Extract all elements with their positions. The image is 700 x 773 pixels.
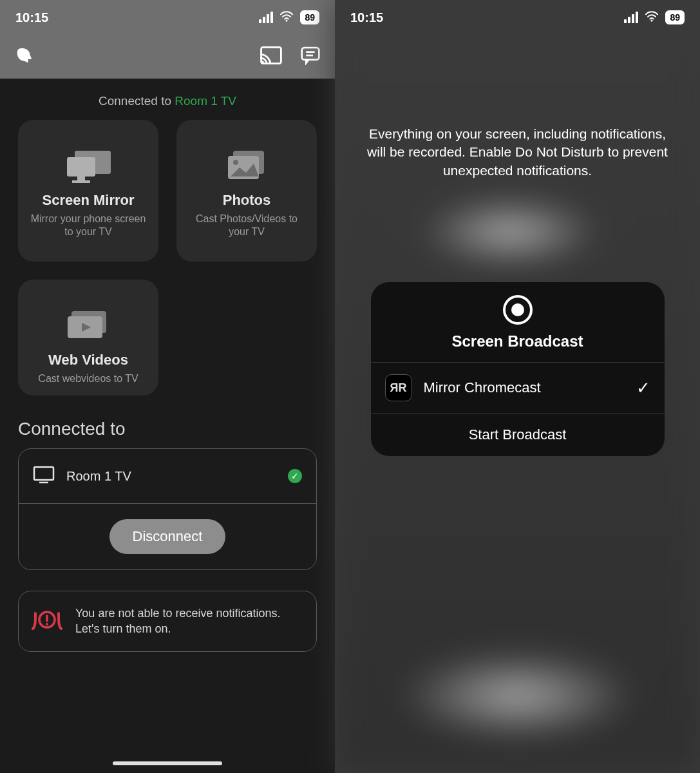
device-card: Room 1 TV ✓ Disconnect bbox=[18, 448, 317, 570]
connected-to-heading: Connected to bbox=[0, 396, 335, 448]
alert-text: You are not able to receive notification… bbox=[75, 606, 303, 637]
svg-rect-15 bbox=[34, 467, 53, 480]
broadcast-app-name: Mirror Chromecast bbox=[424, 379, 625, 396]
cellular-icon bbox=[259, 12, 273, 23]
record-icon[interactable] bbox=[503, 295, 533, 325]
home-indicator[interactable] bbox=[113, 761, 222, 765]
broadcast-app-row[interactable]: ЯR Mirror Chromecast ✓ bbox=[371, 362, 665, 413]
device-row[interactable]: Room 1 TV ✓ bbox=[19, 449, 316, 504]
svg-point-0 bbox=[286, 19, 288, 21]
wifi-icon bbox=[279, 10, 294, 25]
broadcast-sheet: Screen Broadcast ЯR Mirror Chromecast ✓ … bbox=[371, 282, 665, 456]
status-bar: 10:15 89 bbox=[0, 0, 335, 35]
wifi-icon bbox=[645, 10, 659, 25]
app-main-screen: 10:15 89 Connecte bbox=[0, 0, 335, 773]
web-videos-icon bbox=[65, 303, 111, 349]
connection-device-name: Room 1 TV bbox=[175, 94, 236, 108]
tile-web-videos[interactable]: Web Videos Cast webvideos to TV bbox=[18, 280, 158, 396]
selected-check-icon: ✓ bbox=[636, 378, 650, 398]
alert-icon bbox=[32, 607, 62, 635]
svg-point-12 bbox=[233, 160, 238, 165]
svg-rect-9 bbox=[72, 180, 90, 183]
tile-subtitle: Cast webvideos to TV bbox=[38, 372, 138, 385]
tile-subtitle: Cast Photos/Videos to your TV bbox=[188, 213, 305, 238]
status-time: 10:15 bbox=[350, 10, 383, 25]
svg-point-19 bbox=[46, 623, 48, 625]
svg-rect-7 bbox=[67, 157, 95, 177]
screen-mirror-icon bbox=[63, 143, 113, 189]
tile-photos[interactable]: Photos Cast Photos/Videos to your TV bbox=[176, 120, 317, 262]
connection-status: Connected to Room 1 TV bbox=[0, 79, 335, 120]
app-icon: ЯR bbox=[385, 374, 412, 401]
connection-prefix: Connected to bbox=[99, 94, 175, 108]
tile-title: Web Videos bbox=[48, 352, 128, 368]
broadcast-prompt-screen: 10:15 89 Everything on your screen, incl… bbox=[335, 0, 700, 773]
tile-screen-mirror[interactable]: Screen Mirror Mirror your phone screen t… bbox=[18, 120, 158, 262]
svg-point-2 bbox=[261, 61, 264, 63]
photos-icon bbox=[225, 143, 268, 189]
notifications-alert[interactable]: You are not able to receive notification… bbox=[18, 591, 317, 652]
device-name: Room 1 TV bbox=[66, 469, 276, 484]
start-broadcast-button[interactable]: Start Broadcast bbox=[371, 413, 665, 456]
connected-check-icon: ✓ bbox=[288, 469, 302, 483]
rocket-icon[interactable] bbox=[14, 45, 35, 68]
status-bar: 10:15 89 bbox=[335, 0, 700, 35]
tv-icon bbox=[33, 466, 55, 486]
disconnect-button[interactable]: Disconnect bbox=[109, 519, 226, 554]
chat-icon[interactable] bbox=[300, 46, 321, 68]
app-toolbar bbox=[0, 35, 335, 79]
cast-icon[interactable] bbox=[260, 46, 282, 67]
status-time: 10:15 bbox=[15, 10, 48, 25]
svg-point-20 bbox=[651, 19, 653, 21]
svg-rect-8 bbox=[77, 177, 85, 180]
cellular-icon bbox=[624, 12, 638, 23]
tile-title: Screen Mirror bbox=[42, 192, 134, 209]
start-broadcast-label: Start Broadcast bbox=[469, 426, 567, 443]
sheet-title: Screen Broadcast bbox=[371, 332, 665, 350]
svg-rect-3 bbox=[302, 48, 319, 60]
battery-indicator: 89 bbox=[300, 10, 319, 24]
broadcast-warning-text: Everything on your screen, including not… bbox=[335, 35, 700, 180]
battery-indicator: 89 bbox=[665, 10, 685, 24]
tile-subtitle: Mirror your phone screen to your TV bbox=[30, 213, 147, 238]
tile-title: Photos bbox=[223, 192, 271, 209]
